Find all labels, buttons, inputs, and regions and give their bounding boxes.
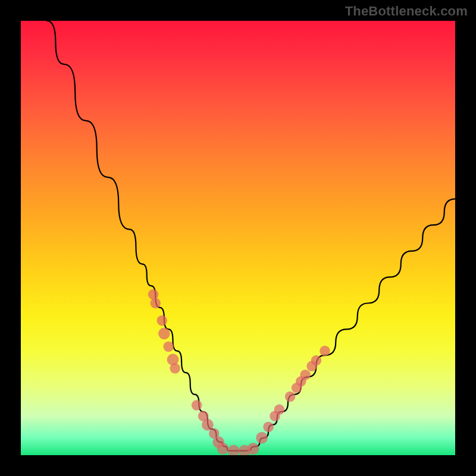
curve-markers: [148, 289, 330, 455]
curve-marker: [151, 298, 161, 309]
curve-marker: [156, 315, 167, 326]
chart-frame: TheBottleneck.com: [0, 0, 476, 476]
curve-marker: [320, 346, 330, 356]
curve-marker: [217, 443, 229, 455]
curve-marker: [170, 363, 180, 374]
plot-area: [21, 21, 455, 455]
curve-marker: [311, 355, 322, 366]
curve-marker: [285, 392, 296, 402]
curve-marker: [163, 342, 174, 352]
curve-marker: [148, 289, 159, 300]
curve-marker: [256, 432, 268, 444]
bottleneck-curve-path: [47, 21, 455, 451]
watermark-text: TheBottleneck.com: [345, 4, 468, 19]
curve-marker: [228, 445, 240, 455]
bottleneck-curve-svg: [21, 21, 455, 455]
curve-marker: [263, 422, 274, 433]
curve-marker: [274, 405, 285, 415]
curve-marker: [248, 443, 259, 455]
curve-marker: [158, 328, 170, 340]
curve-marker: [192, 400, 202, 411]
curve-marker: [300, 369, 311, 380]
